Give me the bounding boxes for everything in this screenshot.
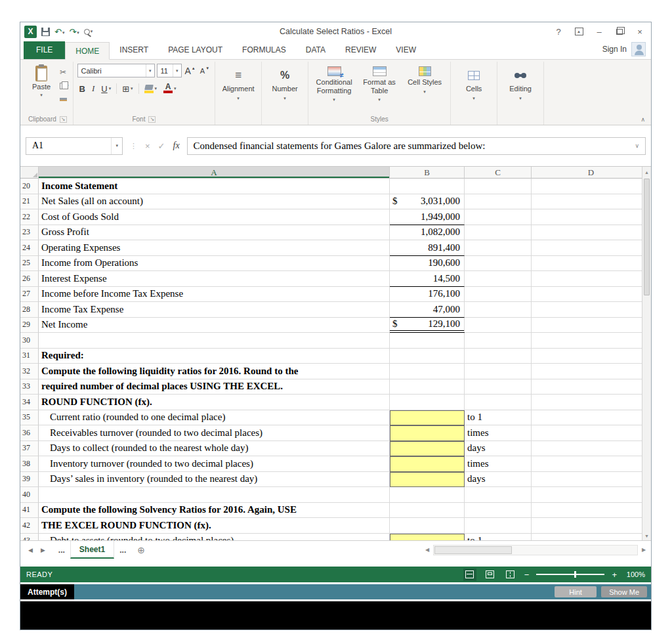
insert-function-button[interactable]: fx xyxy=(173,140,180,151)
cell-C22[interactable] xyxy=(465,209,532,225)
increase-font-size-button[interactable]: A▲ xyxy=(184,66,197,76)
font-color-button[interactable]: A ▾ xyxy=(161,81,178,96)
cell-A34[interactable]: ROUND FUNCTION (fx). xyxy=(39,395,390,410)
hidden-sheets-left[interactable]: ... xyxy=(53,541,70,559)
row-header-33[interactable]: 33 xyxy=(20,379,39,395)
cell-B39[interactable] xyxy=(390,472,465,488)
row-header-37[interactable]: 37 xyxy=(20,441,39,457)
cell-B30[interactable] xyxy=(390,333,465,349)
cell-D28[interactable] xyxy=(532,302,651,318)
name-box-resizer[interactable]: ⋮ xyxy=(130,142,137,150)
cell-D23[interactable] xyxy=(532,225,651,241)
cell-A35[interactable]: Current ratio (rounded to one decimal pl… xyxy=(39,410,390,426)
cancel-entry-button[interactable]: × xyxy=(145,141,150,151)
vertical-scroll-thumb[interactable] xyxy=(644,179,650,295)
cell-B20[interactable] xyxy=(390,179,465,194)
cell-D42[interactable] xyxy=(532,518,651,534)
italic-button[interactable]: I xyxy=(90,81,96,96)
restore-button[interactable] xyxy=(615,29,624,35)
row-header-27[interactable]: 27 xyxy=(20,287,39,303)
editing-button[interactable]: Editing ▾ xyxy=(501,64,539,121)
cell-D34[interactable] xyxy=(532,395,651,410)
row-header-43[interactable]: 43 xyxy=(20,534,39,541)
row-header-26[interactable]: 26 xyxy=(20,271,39,287)
cell-D25[interactable] xyxy=(532,256,651,272)
row-header-32[interactable]: 32 xyxy=(20,364,39,379)
cell-A25[interactable]: Income from Operations xyxy=(39,256,390,272)
zoom-slider[interactable] xyxy=(536,574,604,575)
cell-B34[interactable] xyxy=(390,395,465,410)
column-header-b[interactable]: B xyxy=(390,167,465,179)
cell-D24[interactable] xyxy=(532,240,651,256)
cell-D22[interactable] xyxy=(532,209,651,225)
cell-B37[interactable] xyxy=(390,441,465,457)
cell-D33[interactable] xyxy=(532,379,651,395)
cell-A24[interactable]: Operating Expenses xyxy=(39,240,390,256)
page-layout-view-button[interactable] xyxy=(484,569,497,581)
cell-A30[interactable] xyxy=(39,333,390,349)
column-header-a[interactable]: A xyxy=(39,167,390,179)
cell-C39[interactable]: days xyxy=(465,472,532,488)
cell-C20[interactable] xyxy=(465,179,532,194)
ribbon-tab-data[interactable]: DATA xyxy=(296,41,335,59)
cell-C31[interactable] xyxy=(465,349,532,364)
scroll-down-button[interactable]: ▼ xyxy=(642,530,651,540)
cell-B29[interactable]: $129,100 xyxy=(390,318,465,333)
ribbon-tab-view[interactable]: VIEW xyxy=(386,41,426,59)
row-header-35[interactable]: 35 xyxy=(20,410,39,426)
fill-color-button[interactable]: ▾ xyxy=(142,81,159,96)
cell-C42[interactable] xyxy=(465,518,532,534)
show-me-button[interactable]: Show Me xyxy=(601,586,647,597)
cell-C25[interactable] xyxy=(465,256,532,272)
cell-B31[interactable] xyxy=(390,349,465,364)
prev-sheet-button[interactable]: ◀ xyxy=(28,547,33,553)
cell-A23[interactable]: Gross Profit xyxy=(39,225,390,241)
cell-B24[interactable]: 891,400 xyxy=(390,240,465,256)
cell-styles-button[interactable]: Cell Styles ▾ xyxy=(403,64,446,95)
format-painter-button[interactable] xyxy=(60,94,69,105)
row-header-39[interactable]: 39 xyxy=(20,472,39,488)
cell-D20[interactable] xyxy=(532,179,651,194)
cell-D31[interactable] xyxy=(532,349,651,364)
ribbon-tab-formulas[interactable]: FORMULAS xyxy=(232,41,296,59)
cell-A31[interactable]: Required: xyxy=(39,349,390,364)
cell-C29[interactable] xyxy=(465,318,532,333)
paste-button[interactable]: Paste ▾ xyxy=(26,64,56,98)
cell-C26[interactable] xyxy=(465,271,532,287)
copy-button[interactable]: ▾ xyxy=(60,80,69,91)
cell-C37[interactable]: days xyxy=(465,441,532,457)
cell-A29[interactable]: Net Income xyxy=(39,318,390,333)
cell-C34[interactable] xyxy=(465,395,532,410)
cell-A37[interactable]: Days to collect (rounded to the nearest … xyxy=(39,441,390,457)
font-size-select[interactable]: 11 ▾ xyxy=(157,64,182,77)
scroll-right-button[interactable]: ▶ xyxy=(638,547,650,553)
cell-B41[interactable] xyxy=(390,503,465,519)
formula-expand-icon[interactable]: ∨ xyxy=(635,142,639,149)
cell-B25[interactable]: 190,600 xyxy=(390,256,465,272)
cell-D43[interactable] xyxy=(532,534,651,541)
horizontal-scroll-thumb[interactable] xyxy=(434,546,512,554)
cell-A40[interactable] xyxy=(39,487,390,503)
minimize-button[interactable]: – xyxy=(595,27,604,37)
sign-in-button[interactable]: Sign In xyxy=(602,42,651,59)
collapse-ribbon-button[interactable]: ∧ xyxy=(640,116,645,123)
ribbon-tab-file[interactable]: FILE xyxy=(24,41,65,59)
cell-C35[interactable]: to 1 xyxy=(465,410,532,426)
ribbon-display-options-button[interactable]: ▲ xyxy=(574,28,583,35)
cell-B32[interactable] xyxy=(390,364,465,379)
row-header-28[interactable]: 28 xyxy=(20,302,39,318)
cell-A33[interactable]: required number of decimal places USING … xyxy=(39,379,390,395)
row-header-40[interactable]: 40 xyxy=(20,487,39,503)
cell-B36[interactable] xyxy=(390,425,465,441)
formula-input[interactable]: Condensed financial statements for Games… xyxy=(187,137,646,155)
name-box[interactable]: A1 ▾ xyxy=(26,137,123,155)
scroll-left-button[interactable]: ◀ xyxy=(421,547,433,553)
row-header-42[interactable]: 42 xyxy=(20,518,39,534)
cell-B26[interactable]: 14,500 xyxy=(390,271,465,287)
new-sheet-button[interactable]: ⊕ xyxy=(131,541,151,559)
row-header-22[interactable]: 22 xyxy=(20,209,39,225)
hint-button[interactable]: Hint xyxy=(555,586,597,597)
number-button[interactable]: % Number ▾ xyxy=(266,64,304,121)
ribbon-tab-review[interactable]: REVIEW xyxy=(335,41,386,59)
cell-B35[interactable] xyxy=(390,410,465,426)
